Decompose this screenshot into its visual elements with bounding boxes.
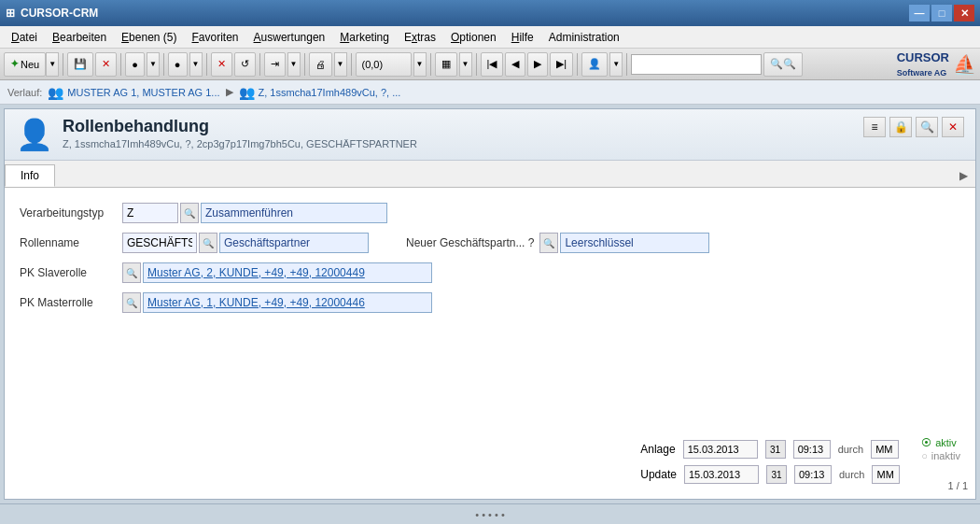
logo-area: CURSORSoftware AG ⛵ (897, 50, 976, 78)
toolbar: ✦ Neu ▼ 💾 ✕ ● ▼ ● ▼ ✕ ↺ ⇥ ▼ 🖨 ▼ (0,0) ▼ … (0, 49, 980, 80)
verarbeitungstyp-fields: 🔍 (122, 203, 387, 223)
user-button[interactable]: 👤 (581, 52, 608, 77)
menu-marketing[interactable]: Marketing (332, 29, 397, 46)
refresh-button[interactable]: ↺ (234, 52, 256, 77)
view-button[interactable]: ▦ (435, 52, 457, 77)
tab-arrow[interactable]: ▶ (952, 164, 975, 187)
menu-optionen[interactable]: Optionen (443, 29, 504, 46)
coord-display: (0,0) (356, 52, 412, 77)
print-dropdown[interactable]: ▼ (334, 52, 347, 77)
pk-masterrolle-search-icon[interactable]: 🔍 (122, 292, 141, 313)
sep10 (577, 53, 578, 76)
breadcrumb-item-2[interactable]: 👥 Z, 1ssmcha17Imh489vCu, ?, ... (239, 85, 401, 100)
delete-button-2[interactable]: ✕ (211, 52, 232, 77)
sep1 (63, 53, 63, 76)
verarbeitungstyp-row: Verarbeitungstyp 🔍 (20, 203, 960, 223)
menu-hilfe[interactable]: Hilfe (504, 29, 541, 46)
rollenname-row: Rollenname 🔍 Neuer Geschäftspartn... ? 🔍 (20, 233, 960, 253)
logo-text: CURSORSoftware AG (897, 50, 949, 78)
sep5 (259, 53, 260, 76)
action-button-2[interactable]: ● (168, 52, 188, 77)
search-action-button[interactable]: 🔍 (916, 117, 938, 137)
save-button[interactable]: 💾 (67, 52, 93, 77)
neu-dropdown-arrow[interactable]: ▼ (46, 52, 59, 77)
update-date[interactable] (684, 465, 759, 484)
pk-slaverolle-value[interactable]: Muster AG, 2, KUNDE, +49, +49, 12000449 (143, 262, 432, 283)
pk-masterrolle-fields: 🔍 Muster AG, 1, KUNDE, +49, +49, 1200044… (122, 292, 432, 313)
update-time[interactable] (794, 465, 832, 484)
menu-ebenen[interactable]: Ebenen (5) (114, 29, 184, 46)
neu-button[interactable]: ✦ Neu (4, 52, 46, 77)
maximize-button[interactable]: □ (931, 5, 952, 21)
main-area: 👤 Rollenbehandlung Z, 1ssmcha17Imh489vCu… (0, 105, 980, 503)
tab-info[interactable]: Info (5, 164, 55, 187)
print-button[interactable]: 🖨 (309, 52, 332, 77)
update-row: Update 31 durch MM (640, 465, 960, 484)
search-input[interactable] (631, 54, 762, 75)
status-bar: • • • • • (0, 503, 980, 524)
form-panel: 👤 Rollenbehandlung Z, 1ssmcha17Imh489vCu… (4, 108, 976, 500)
search-button[interactable]: 🔍🔍 (763, 52, 803, 77)
neuer-search-icon[interactable]: 🔍 (539, 233, 558, 253)
rollenname-lookup-value[interactable] (219, 233, 369, 253)
radio-inaktiv[interactable]: ○ inaktiv (921, 450, 960, 461)
nav-last[interactable]: ▶| (550, 52, 573, 77)
pk-masterrolle-value[interactable]: Muster AG, 1, KUNDE, +49, +49, 12000446 (143, 292, 432, 313)
menu-datei[interactable]: Datei (4, 29, 45, 46)
form-header-actions: ≡ 🔒 🔍 ✕ (863, 117, 964, 137)
minimize-button[interactable]: — (909, 5, 930, 21)
menu-bearbeiten[interactable]: Bearbeiten (45, 29, 114, 46)
nav-prev[interactable]: ◀ (505, 52, 525, 77)
close-button[interactable]: ✕ (954, 5, 974, 21)
pk-slaverolle-search-icon[interactable]: 🔍 (122, 262, 141, 283)
breadcrumb-item-1[interactable]: 👥 MUSTER AG 1, MUSTER AG 1... (48, 85, 219, 100)
nav-next[interactable]: ▶ (527, 52, 548, 77)
menu-favoriten[interactable]: Favoriten (184, 29, 245, 46)
menu-extras[interactable]: Extras (397, 29, 443, 46)
anlage-durch-label: durch (838, 444, 864, 455)
menu-auswertungen[interactable]: Auswertungen (246, 29, 333, 46)
form-header: 👤 Rollenbehandlung Z, 1ssmcha17Imh489vCu… (5, 109, 975, 161)
form-subtitle: Z, 1ssmcha17Imh489vCu, ?, 2cp3g7p17Img7b… (63, 138, 417, 149)
user-icon-1: 👥 (48, 85, 63, 100)
close-action-button[interactable]: ✕ (942, 117, 964, 137)
radio-aktiv[interactable]: ⦿ aktiv (921, 437, 960, 448)
verarbeitungstyp-input[interactable] (122, 203, 178, 223)
action-button-1[interactable]: ● (125, 52, 145, 77)
coord-dropdown[interactable]: ▼ (413, 52, 427, 77)
sep3 (163, 53, 164, 76)
nav-button-1[interactable]: ⇥ (264, 52, 286, 77)
verarbeitungstyp-search-icon[interactable]: 🔍 (180, 203, 199, 223)
nav-first[interactable]: |◀ (481, 52, 504, 77)
anlage-date[interactable] (683, 440, 758, 459)
anlage-calendar-button[interactable]: 31 (765, 440, 786, 459)
rollenname-search-icon[interactable]: 🔍 (199, 233, 217, 253)
delete-button[interactable]: ✕ (95, 52, 117, 77)
anlage-time[interactable] (793, 440, 831, 459)
sep4 (206, 53, 207, 76)
radio-inaktiv-indicator: ○ (921, 450, 928, 461)
form-content: Verarbeitungstyp 🔍 Rollenname 🔍 Neuer Ge… (5, 188, 975, 499)
title-bar-left: ⊞ CURSOR-CRM (6, 7, 98, 20)
title-bar: ⊞ CURSOR-CRM — □ ✕ (0, 0, 980, 26)
plus-icon: ✦ (10, 58, 19, 70)
anlage-row: Anlage 31 durch MM ⦿ aktiv ○ inaktiv (640, 437, 960, 461)
neu-button-group: ✦ Neu ▼ (4, 52, 59, 77)
view-dropdown[interactable]: ▼ (459, 52, 472, 77)
action-dropdown-1[interactable]: ▼ (147, 52, 160, 77)
update-calendar-button[interactable]: 31 (766, 465, 787, 484)
menu-administration[interactable]: Administration (541, 29, 627, 46)
sep9 (476, 53, 477, 76)
nav-dropdown-1[interactable]: ▼ (287, 52, 301, 77)
verarbeitungstyp-lookup-value[interactable] (201, 203, 387, 223)
app-title: CURSOR-CRM (21, 7, 98, 20)
menu-action-button[interactable]: ≡ (863, 117, 886, 137)
breadcrumb-label: Verlauf: (7, 87, 42, 98)
form-avatar-icon: 👤 (16, 117, 53, 152)
rollenname-input[interactable] (122, 233, 197, 253)
neuer-lookup-value[interactable] (560, 233, 709, 253)
user-dropdown[interactable]: ▼ (609, 52, 623, 77)
neu-label: Neu (21, 59, 39, 70)
lock-action-button[interactable]: 🔒 (889, 117, 912, 137)
action-dropdown-2[interactable]: ▼ (189, 52, 203, 77)
